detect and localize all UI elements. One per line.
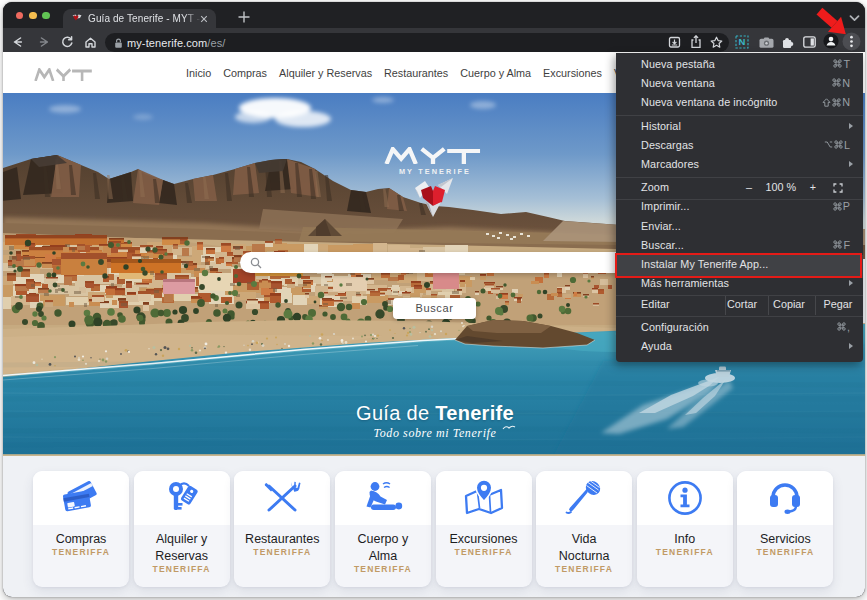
svg-text:N: N [739,36,746,47]
